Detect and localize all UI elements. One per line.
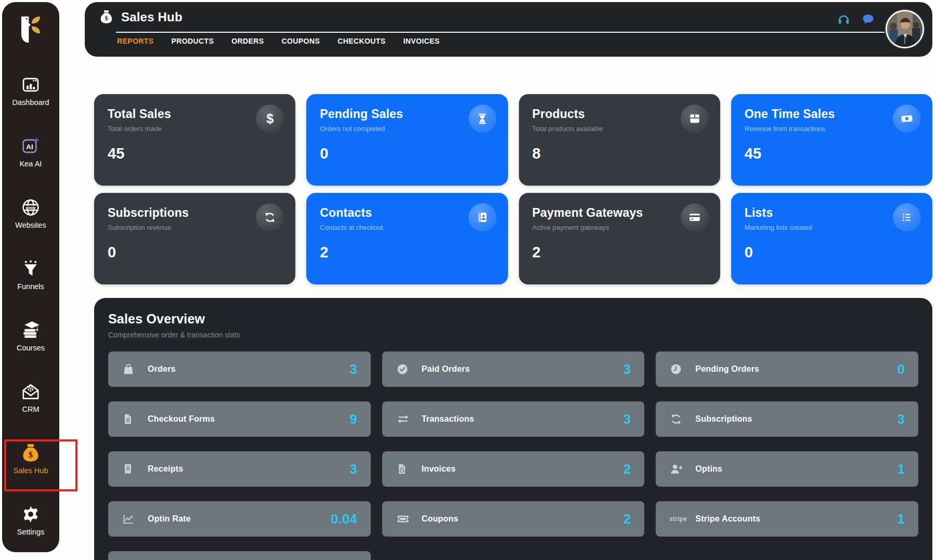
row-value: 3 (898, 411, 905, 427)
sales-overview-panel: Sales Overview Comprehensive order & tra… (94, 298, 932, 560)
sidebar-item-settings[interactable]: Settings (2, 503, 59, 560)
sidebar-item-label: Sales Hub (14, 466, 48, 475)
sidebar-item-label: CRM (22, 405, 39, 413)
card-value: 45 (108, 145, 282, 162)
stat-row-coupons: Coupons 2 (382, 501, 645, 537)
row-label: Subscriptions (695, 414, 752, 424)
card-subtitle: Contacts at checkout (320, 224, 494, 231)
sidebar-item-sales-hub[interactable]: $ Sales Hub (2, 442, 59, 503)
sidebar-item-label: Funnels (17, 282, 44, 291)
hourglass-icon (469, 105, 497, 133)
row-label: Paid Orders (422, 364, 470, 374)
row-value: 3 (623, 411, 631, 427)
funnel-icon (21, 258, 41, 280)
tab-reports[interactable]: REPORTS (117, 37, 153, 45)
sidebar-item-courses[interactable]: Courses (2, 319, 59, 381)
app-window: Dashboard AI Kea AI (0, 0, 936, 560)
sidebar-item-label: Dashboard (12, 98, 49, 107)
kea-logo[interactable] (17, 15, 45, 45)
stat-card-pending-sales: Pending Sales Orders not completed 0 (306, 94, 508, 186)
file-invoice-icon (396, 463, 413, 475)
credit-card-icon (681, 203, 709, 231)
row-value: 0 (898, 361, 905, 377)
stat-row-orders: Orders 3 (108, 351, 371, 387)
globe-www-icon: www (20, 197, 41, 218)
sidebar-item-label: Courses (17, 344, 45, 352)
clock-icon (669, 362, 687, 376)
section-subtitle: Comprehensive order & transaction stats (94, 327, 932, 339)
document-icon (122, 413, 139, 425)
stat-card-lists: Lists Marketing lists created 0 (731, 193, 932, 284)
page-title: Sales Hub (121, 10, 183, 24)
row-value: 3 (349, 461, 357, 477)
sidebar-item-dashboard[interactable]: Dashboard (2, 74, 59, 135)
sidebar-item-crm[interactable]: CRM (2, 381, 59, 442)
sidebar-item-label: Kea AI (20, 160, 42, 168)
address-book-icon (469, 203, 497, 231)
stat-row-optins: Optins 1 (656, 451, 918, 487)
list-icon (893, 203, 921, 231)
stat-row-pending-orders: Pending Orders 0 (656, 351, 918, 387)
dashboard-icon (21, 74, 41, 96)
row-label: Optins (695, 464, 722, 474)
user-avatar[interactable] (886, 10, 924, 48)
row-value: 1 (898, 511, 905, 527)
box-icon (681, 105, 709, 133)
stat-cards-grid: Total Sales Total orders made 45 $ Pendi… (94, 94, 932, 284)
refresh-icon (256, 203, 284, 231)
card-subtitle: Active payment gateways (532, 224, 707, 231)
card-value: 0 (745, 244, 919, 261)
card-value: 45 (745, 145, 919, 162)
sidebar-nav: Dashboard AI Kea AI (2, 74, 59, 560)
gear-icon (20, 503, 41, 525)
row-value: 3 (623, 361, 631, 377)
row-label: Receipts (148, 464, 183, 474)
stripe-icon: stripe (669, 515, 687, 523)
banknote-icon (893, 105, 921, 133)
graduation-books-icon (20, 319, 41, 341)
svg-text:AI: AI (26, 143, 33, 151)
card-subtitle: Total products available (532, 125, 707, 133)
row-label: Pending Orders (695, 364, 759, 374)
sidebar-item-websites[interactable]: www Websites (2, 197, 59, 258)
sidebar-item-label: Websites (15, 221, 46, 229)
svg-text:$: $ (105, 15, 108, 22)
tab-checkouts[interactable]: CHECKOUTS (337, 37, 385, 45)
card-subtitle: Total orders made (108, 125, 282, 133)
tab-orders[interactable]: ORDERS (231, 37, 264, 45)
svg-text:$: $ (29, 450, 33, 460)
row-value: 2 (623, 461, 631, 477)
tab-invoices[interactable]: INVOICES (403, 37, 439, 45)
row-value: 9 (349, 411, 357, 427)
tab-coupons[interactable]: COUPONS (282, 37, 320, 45)
money-bag-icon: $ (20, 442, 42, 464)
stat-row-transactions: Transactions 3 (382, 401, 645, 437)
row-label: Stripe Accounts (695, 514, 760, 524)
header: $ Sales Hub REPORTS PRODUCTS ORDERS COUP… (85, 2, 932, 57)
tab-products[interactable]: PRODUCTS (171, 37, 214, 45)
stat-card-payment-gateways: Payment Gateways Active payment gateways… (519, 193, 720, 284)
stat-card-subscriptions: Subscriptions Subscription revenue 0 (94, 193, 295, 284)
headphones-icon[interactable] (837, 12, 851, 29)
row-label: Coupons (422, 514, 459, 524)
row-value: 0.04 (331, 511, 357, 527)
row-label: Optin Rate (148, 514, 191, 524)
card-value: 2 (532, 244, 707, 261)
card-value: 0 (320, 145, 494, 162)
card-value: 8 (532, 145, 707, 162)
sidebar-item-kea-ai[interactable]: AI Kea AI (2, 135, 59, 197)
dollar-icon: $ (256, 105, 284, 133)
row-value: 1 (898, 461, 905, 477)
sidebar-item-funnels[interactable]: Funnels (2, 258, 59, 319)
row-label: Transactions (422, 414, 474, 424)
row-label: Orders (148, 364, 176, 374)
section-title: Sales Overview (94, 298, 932, 327)
stat-row-receipts: Receipts 3 (108, 451, 371, 487)
chat-bubble-icon[interactable] (861, 12, 875, 29)
svg-text:www: www (25, 205, 36, 210)
overview-rows-grid: Orders 3 Paid Orders 3 (94, 351, 932, 560)
header-divider (116, 32, 885, 33)
transfer-arrows-icon (396, 412, 413, 426)
row-label: Invoices (422, 464, 456, 474)
receipt-icon (122, 463, 139, 475)
